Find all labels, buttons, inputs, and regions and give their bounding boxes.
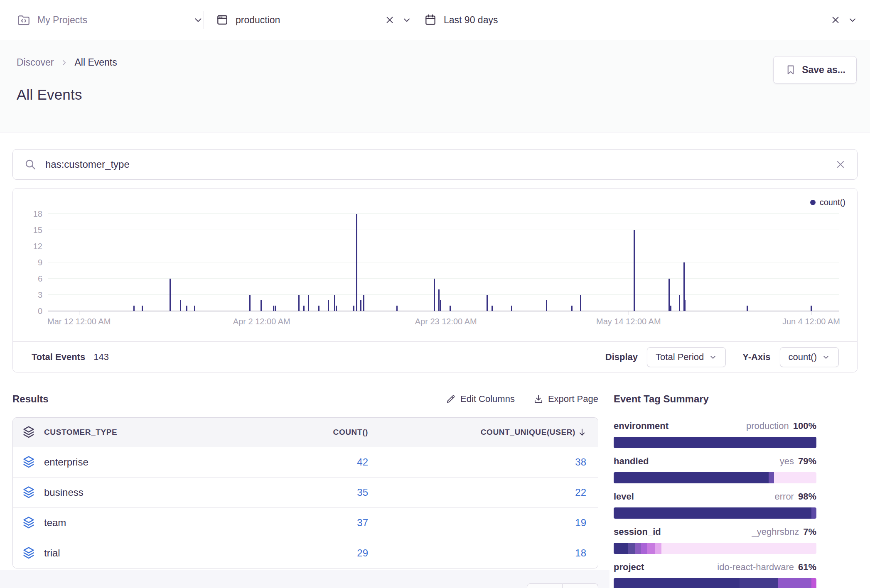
display-dropdown[interactable]: Total Period [647,347,726,367]
chart-bar [438,289,440,311]
close-icon[interactable] [830,15,841,25]
tag-row: environmentproduction100% [614,421,816,448]
column-header-count-unique-user[interactable]: COUNT_UNIQUE(USER) [368,427,598,437]
breadcrumb-discover-link[interactable]: Discover [17,57,54,68]
x-axis-tick [446,311,446,315]
pagination-next-button[interactable] [563,583,598,588]
environment-filter[interactable]: production [204,0,412,40]
tag-bar-segment [641,543,647,554]
y-axis-dropdown[interactable]: count() [780,347,839,367]
chevron-down-icon[interactable] [193,15,204,25]
gridline [48,230,839,230]
chart-bar [580,295,581,311]
tag-bar-segment [769,472,774,483]
tag-bar[interactable] [614,543,816,554]
x-axis-label: Jun 4 12:00 AM [782,317,840,326]
chart-bar [133,306,135,311]
chart-bar [811,306,812,311]
export-page-button[interactable]: Export Page [533,394,598,404]
tag-bar-segment [774,472,816,483]
customer-type-cell: trial [44,547,252,559]
save-as-button[interactable]: Save as... [773,56,857,83]
results-header: Results Edit Columns Export Page [12,392,598,407]
tag-bar[interactable] [614,437,816,448]
date-range-filter[interactable]: Last 90 days [412,0,858,40]
chart-bar [336,306,337,311]
gridline [48,213,839,214]
tag-row: levelerror98% [614,491,816,519]
clear-search-icon[interactable] [835,159,846,170]
chart-bar [634,230,635,311]
chart-bar [318,306,319,311]
pagination-previous-button[interactable] [527,583,563,588]
tag-bar-segment [635,543,641,554]
display-dropdown-value: Total Period [656,352,704,363]
tag-bar-segment [778,578,811,588]
tag-summary-list: environmentproduction100%handledyes79%le… [614,421,816,588]
results-table-header: CUSTOMER_TYPE COUNT() COUNT_UNIQUE(USER) [13,418,598,447]
layers-icon [13,425,44,439]
chart-bar [450,306,451,311]
count-unique-user-link[interactable]: 18 [368,547,598,559]
row-layers-icon[interactable] [13,516,44,530]
edit-columns-label: Edit Columns [460,394,515,404]
count-link[interactable]: 35 [252,487,368,498]
pencil-icon [445,394,456,404]
x-axis-tick [262,311,262,315]
tag-row-header: levelerror98% [614,491,816,502]
x-axis-label: Apr 2 12:00 AM [233,317,290,326]
results-table: CUSTOMER_TYPE COUNT() COUNT_UNIQUE(USER)… [12,417,598,568]
tag-name: project [614,562,644,573]
row-layers-icon[interactable] [13,546,44,560]
save-as-label: Save as... [802,64,845,76]
chart-bar [298,295,300,311]
count-link[interactable]: 37 [252,517,368,529]
tag-percent: 98% [798,491,816,502]
tag-bar-segment [811,507,816,519]
count-unique-user-link[interactable]: 38 [368,456,598,468]
chart-legend: count() [810,198,845,207]
row-layers-icon[interactable] [13,455,44,469]
chart-bar [360,300,361,311]
events-chart-panel: count() 0369121518Mar 12 12:00 AMApr 2 1… [12,188,858,372]
count-link[interactable]: 42 [252,456,368,468]
y-axis-label: 6 [22,274,42,284]
legend-dot-icon [810,200,816,205]
gridline [48,246,839,246]
y-axis-label: 15 [22,225,42,235]
chevron-down-icon[interactable] [402,15,412,25]
tag-percent: 7% [803,527,816,537]
close-icon[interactable] [384,15,395,25]
chevron-right-icon [59,58,69,67]
chart-bar [684,300,686,311]
column-header-customer-type[interactable]: CUSTOMER_TYPE [44,428,252,437]
row-layers-icon[interactable] [13,485,44,500]
tag-bar[interactable] [614,472,816,483]
tag-percent: 100% [793,421,816,431]
window-icon [216,13,229,27]
display-label: Display [605,352,638,363]
main-content: count() 0369121518Mar 12 12:00 AMApr 2 1… [0,132,870,588]
chart-bar [170,279,171,311]
pagination [12,583,598,588]
search-input[interactable] [44,158,827,171]
results-table-body: enterprise4238 business3522 team3719 tri… [13,447,598,568]
tag-row: session_id_yeghrsbnz7% [614,527,816,554]
chart-plot[interactable]: 0369121518Mar 12 12:00 AMApr 2 12:00 AMA… [48,214,839,311]
chevron-down-icon[interactable] [848,15,858,25]
tag-percent: 61% [798,562,816,573]
count-unique-user-link[interactable]: 19 [368,517,598,529]
column-header-count[interactable]: COUNT() [252,428,368,437]
count-unique-user-link[interactable]: 22 [368,487,598,498]
tag-bar[interactable] [614,578,816,588]
tag-bar[interactable] [614,507,816,519]
tag-bar-segment [811,578,816,588]
tag-name: level [614,491,634,502]
edit-columns-button[interactable]: Edit Columns [445,394,515,404]
breadcrumb-current: All Events [74,57,117,68]
chart-bar [492,306,493,311]
count-link[interactable]: 29 [252,547,368,559]
chart-bar [511,306,512,311]
project-selector[interactable]: My Projects [17,0,204,40]
table-row: trial2918 [13,538,598,568]
